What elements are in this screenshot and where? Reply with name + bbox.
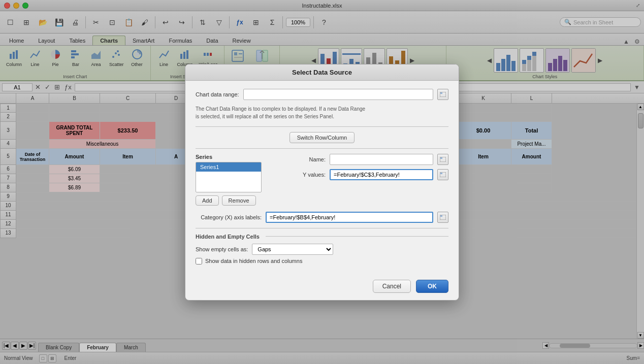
series-item-1[interactable]: Series1	[196, 162, 261, 172]
svg-rect-46	[440, 173, 442, 174]
show-hidden-checkbox[interactable]	[196, 258, 202, 264]
y-values-row: Y values:	[270, 169, 448, 180]
y-values-range-btn[interactable]	[437, 169, 448, 180]
dialog-title: Select Data Source	[185, 64, 459, 81]
sep3	[196, 228, 448, 228]
name-input[interactable]	[330, 154, 433, 165]
show-empty-label: Show empty cells as:	[196, 246, 248, 252]
chart-data-range-picker[interactable]	[437, 89, 448, 100]
name-row: Name:	[270, 154, 448, 165]
dialog-footer: Cancel OK	[185, 275, 459, 300]
select-data-source-dialog: Select Data Source Chart data range: The…	[185, 64, 459, 301]
chart-data-range-label: Chart data range:	[196, 91, 239, 97]
hidden-cells-label: Hidden and Empty Cells	[196, 234, 260, 240]
name-range-btn[interactable]	[437, 154, 448, 165]
svg-rect-42	[440, 92, 442, 94]
show-empty-select[interactable]: Gaps Zero Connect with line	[252, 244, 333, 255]
cancel-button[interactable]: Cancel	[373, 280, 411, 293]
show-hidden-label: Show data in hidden rows and columns	[205, 258, 302, 264]
series-panel: Series Series1 Add Remove Name:	[196, 154, 448, 206]
series-list-area: Series Series1 Add Remove	[196, 154, 262, 206]
series-buttons: Add Remove	[196, 195, 262, 206]
y-values-label: Y values:	[270, 172, 326, 178]
category-row: Category (X) axis labels:	[196, 212, 448, 223]
svg-rect-44	[440, 157, 442, 159]
dialog-info-text: The Chart Data Range is too complex to b…	[196, 105, 448, 120]
category-range-btn[interactable]	[437, 212, 448, 223]
series-detail: Name: Y values:	[270, 154, 448, 206]
chart-data-range-input[interactable]	[243, 89, 433, 100]
hidden-cells-row: Hidden and Empty Cells	[196, 234, 448, 240]
hidden-cells-sep	[266, 236, 448, 237]
name-label: Name:	[270, 156, 326, 162]
chart-data-range-row: Chart data range:	[196, 89, 448, 100]
switch-row-col-btn[interactable]: Switch Row/Column	[289, 132, 355, 143]
category-label: Category (X) axis labels:	[196, 214, 262, 220]
sep1	[196, 126, 448, 127]
show-empty-row: Show empty cells as: Gaps Zero Connect w…	[196, 244, 448, 255]
dialog-body: Chart data range: The Chart Data Range i…	[185, 81, 459, 275]
switch-row-col-row: Switch Row/Column	[196, 132, 448, 143]
svg-rect-48	[440, 215, 442, 217]
y-values-input[interactable]	[330, 169, 433, 180]
series-list[interactable]: Series1	[196, 162, 262, 192]
series-label: Series	[196, 154, 262, 160]
ok-button[interactable]: OK	[416, 280, 448, 293]
dialog-overlay: Select Data Source Chart data range: The…	[0, 0, 644, 364]
show-hidden-row: Show data in hidden rows and columns	[196, 258, 448, 264]
add-series-btn[interactable]: Add	[196, 195, 219, 206]
category-input[interactable]	[266, 212, 433, 223]
sep2	[196, 148, 448, 149]
remove-series-btn[interactable]: Remove	[222, 195, 256, 206]
